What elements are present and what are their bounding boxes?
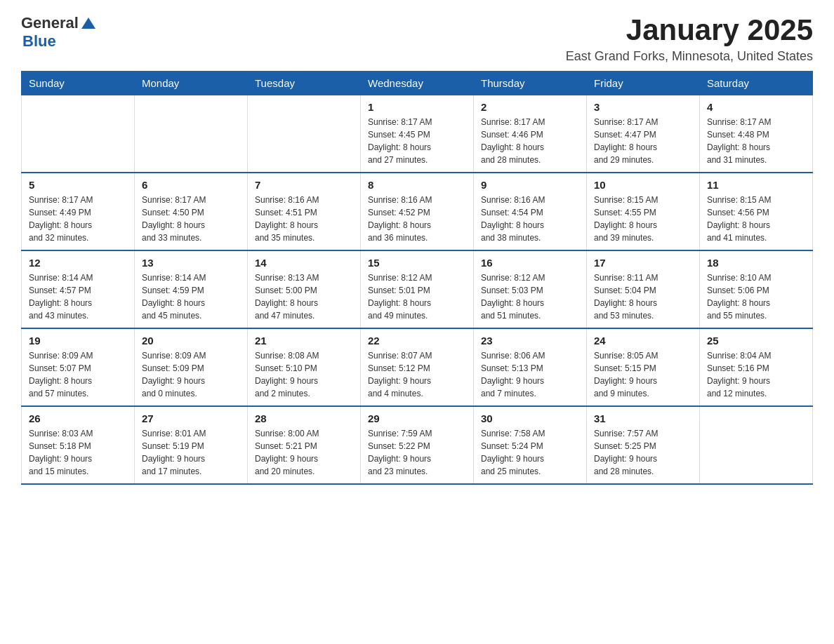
day-number: 5	[29, 179, 127, 191]
svg-marker-0	[81, 18, 95, 29]
calendar-day-14: 14Sunrise: 8:13 AM Sunset: 5:00 PM Dayli…	[248, 250, 361, 328]
calendar-day-18: 18Sunrise: 8:10 AM Sunset: 5:06 PM Dayli…	[700, 250, 813, 328]
day-number: 11	[707, 179, 805, 191]
day-number: 14	[255, 257, 353, 269]
day-number: 26	[29, 412, 127, 424]
calendar-weekday-saturday: Saturday	[700, 72, 813, 95]
calendar-day-13: 13Sunrise: 8:14 AM Sunset: 4:59 PM Dayli…	[135, 250, 248, 328]
calendar-day-16: 16Sunrise: 8:12 AM Sunset: 5:03 PM Dayli…	[474, 250, 587, 328]
day-number: 1	[368, 101, 466, 113]
day-number: 8	[368, 179, 466, 191]
day-number: 20	[142, 335, 240, 347]
day-info: Sunrise: 8:17 AM Sunset: 4:47 PM Dayligh…	[594, 116, 692, 166]
calendar-day-8: 8Sunrise: 8:16 AM Sunset: 4:52 PM Daylig…	[361, 173, 474, 250]
month-title: January 2025	[566, 14, 813, 46]
day-info: Sunrise: 7:59 AM Sunset: 5:22 PM Dayligh…	[368, 427, 466, 478]
day-info: Sunrise: 8:16 AM Sunset: 4:52 PM Dayligh…	[368, 194, 466, 244]
day-number: 31	[594, 412, 692, 424]
calendar-day-20: 20Sunrise: 8:09 AM Sunset: 5:09 PM Dayli…	[135, 328, 248, 406]
day-info: Sunrise: 8:08 AM Sunset: 5:10 PM Dayligh…	[255, 349, 353, 400]
day-info: Sunrise: 8:16 AM Sunset: 4:54 PM Dayligh…	[481, 194, 579, 244]
calendar-day-25: 25Sunrise: 8:04 AM Sunset: 5:16 PM Dayli…	[700, 328, 813, 406]
day-number: 12	[29, 257, 127, 269]
calendar-day-5: 5Sunrise: 8:17 AM Sunset: 4:49 PM Daylig…	[22, 173, 135, 250]
day-number: 30	[481, 412, 579, 424]
calendar-day-2: 2Sunrise: 8:17 AM Sunset: 4:46 PM Daylig…	[474, 95, 587, 173]
day-info: Sunrise: 8:07 AM Sunset: 5:12 PM Dayligh…	[368, 349, 466, 400]
calendar-weekday-wednesday: Wednesday	[361, 72, 474, 95]
calendar-weekday-friday: Friday	[587, 72, 700, 95]
day-info: Sunrise: 8:17 AM Sunset: 4:50 PM Dayligh…	[142, 194, 240, 244]
day-number: 2	[481, 101, 579, 113]
day-number: 21	[255, 335, 353, 347]
day-number: 9	[481, 179, 579, 191]
logo-blue: Blue	[22, 32, 56, 51]
logo-general: General	[21, 14, 79, 32]
calendar-empty-cell	[248, 95, 361, 173]
calendar-day-1: 1Sunrise: 8:17 AM Sunset: 4:45 PM Daylig…	[361, 95, 474, 173]
calendar-week-row: 1Sunrise: 8:17 AM Sunset: 4:45 PM Daylig…	[22, 95, 813, 173]
location-title: East Grand Forks, Minnesota, United Stat…	[566, 49, 813, 64]
calendar-day-15: 15Sunrise: 8:12 AM Sunset: 5:01 PM Dayli…	[361, 250, 474, 328]
calendar-weekday-thursday: Thursday	[474, 72, 587, 95]
calendar-empty-cell	[135, 95, 248, 173]
day-info: Sunrise: 8:06 AM Sunset: 5:13 PM Dayligh…	[481, 349, 579, 400]
day-info: Sunrise: 8:11 AM Sunset: 5:04 PM Dayligh…	[594, 271, 692, 322]
calendar-day-19: 19Sunrise: 8:09 AM Sunset: 5:07 PM Dayli…	[22, 328, 135, 406]
day-number: 10	[594, 179, 692, 191]
day-number: 28	[255, 412, 353, 424]
day-info: Sunrise: 8:14 AM Sunset: 4:57 PM Dayligh…	[29, 271, 127, 322]
day-number: 23	[481, 335, 579, 347]
logo-triangle-icon	[81, 16, 95, 30]
calendar-day-29: 29Sunrise: 7:59 AM Sunset: 5:22 PM Dayli…	[361, 406, 474, 484]
calendar-empty-cell	[22, 95, 135, 173]
calendar-weekday-monday: Monday	[135, 72, 248, 95]
day-info: Sunrise: 8:15 AM Sunset: 4:56 PM Dayligh…	[707, 194, 805, 244]
day-info: Sunrise: 8:10 AM Sunset: 5:06 PM Dayligh…	[707, 271, 805, 322]
day-number: 13	[142, 257, 240, 269]
day-info: Sunrise: 8:17 AM Sunset: 4:45 PM Dayligh…	[368, 116, 466, 166]
day-info: Sunrise: 8:16 AM Sunset: 4:51 PM Dayligh…	[255, 194, 353, 244]
calendar-empty-cell	[700, 406, 813, 484]
calendar-day-23: 23Sunrise: 8:06 AM Sunset: 5:13 PM Dayli…	[474, 328, 587, 406]
day-info: Sunrise: 8:14 AM Sunset: 4:59 PM Dayligh…	[142, 271, 240, 322]
calendar-day-6: 6Sunrise: 8:17 AM Sunset: 4:50 PM Daylig…	[135, 173, 248, 250]
day-info: Sunrise: 8:09 AM Sunset: 5:07 PM Dayligh…	[29, 349, 127, 400]
calendar-day-11: 11Sunrise: 8:15 AM Sunset: 4:56 PM Dayli…	[700, 173, 813, 250]
day-number: 15	[368, 257, 466, 269]
calendar-day-17: 17Sunrise: 8:11 AM Sunset: 5:04 PM Dayli…	[587, 250, 700, 328]
day-number: 7	[255, 179, 353, 191]
calendar-weekday-tuesday: Tuesday	[248, 72, 361, 95]
calendar-day-3: 3Sunrise: 8:17 AM Sunset: 4:47 PM Daylig…	[587, 95, 700, 173]
day-info: Sunrise: 8:04 AM Sunset: 5:16 PM Dayligh…	[707, 349, 805, 400]
day-number: 3	[594, 101, 692, 113]
page-header: General Blue January 2025 East Grand For…	[21, 14, 813, 64]
calendar-week-row: 26Sunrise: 8:03 AM Sunset: 5:18 PM Dayli…	[22, 406, 813, 484]
day-number: 24	[594, 335, 692, 347]
calendar-day-10: 10Sunrise: 8:15 AM Sunset: 4:55 PM Dayli…	[587, 173, 700, 250]
calendar-day-12: 12Sunrise: 8:14 AM Sunset: 4:57 PM Dayli…	[22, 250, 135, 328]
day-number: 16	[481, 257, 579, 269]
day-number: 25	[707, 335, 805, 347]
day-info: Sunrise: 8:05 AM Sunset: 5:15 PM Dayligh…	[594, 349, 692, 400]
calendar-day-24: 24Sunrise: 8:05 AM Sunset: 5:15 PM Dayli…	[587, 328, 700, 406]
day-number: 19	[29, 335, 127, 347]
day-info: Sunrise: 8:13 AM Sunset: 5:00 PM Dayligh…	[255, 271, 353, 322]
day-number: 6	[142, 179, 240, 191]
calendar-week-row: 19Sunrise: 8:09 AM Sunset: 5:07 PM Dayli…	[22, 328, 813, 406]
day-info: Sunrise: 8:12 AM Sunset: 5:01 PM Dayligh…	[368, 271, 466, 322]
calendar-week-row: 5Sunrise: 8:17 AM Sunset: 4:49 PM Daylig…	[22, 173, 813, 250]
logo: General Blue	[21, 14, 95, 51]
calendar-day-4: 4Sunrise: 8:17 AM Sunset: 4:48 PM Daylig…	[700, 95, 813, 173]
day-info: Sunrise: 8:12 AM Sunset: 5:03 PM Dayligh…	[481, 271, 579, 322]
day-info: Sunrise: 8:00 AM Sunset: 5:21 PM Dayligh…	[255, 427, 353, 478]
calendar-day-28: 28Sunrise: 8:00 AM Sunset: 5:21 PM Dayli…	[248, 406, 361, 484]
calendar-weekday-sunday: Sunday	[22, 72, 135, 95]
calendar-day-9: 9Sunrise: 8:16 AM Sunset: 4:54 PM Daylig…	[474, 173, 587, 250]
calendar-table: SundayMondayTuesdayWednesdayThursdayFrid…	[21, 71, 813, 485]
day-info: Sunrise: 8:15 AM Sunset: 4:55 PM Dayligh…	[594, 194, 692, 244]
day-info: Sunrise: 7:58 AM Sunset: 5:24 PM Dayligh…	[481, 427, 579, 478]
day-info: Sunrise: 8:17 AM Sunset: 4:46 PM Dayligh…	[481, 116, 579, 166]
calendar-day-26: 26Sunrise: 8:03 AM Sunset: 5:18 PM Dayli…	[22, 406, 135, 484]
calendar-day-31: 31Sunrise: 7:57 AM Sunset: 5:25 PM Dayli…	[587, 406, 700, 484]
